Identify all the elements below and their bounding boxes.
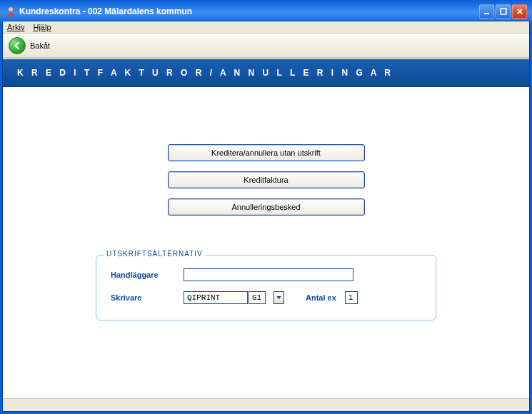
kreditfaktura-button[interactable]: Kreditfaktura	[168, 171, 365, 188]
antal-ex-label: Antal ex	[306, 293, 336, 302]
skrivare-label: Skrivare	[111, 293, 175, 302]
antal-ex-input[interactable]	[345, 291, 358, 304]
minimize-button[interactable]	[479, 4, 494, 19]
annullering-button[interactable]: Annulleringsbesked	[168, 198, 365, 216]
menu-arkiv[interactable]: Arkiv	[7, 23, 24, 31]
toolbar: Bakåt	[3, 34, 529, 58]
page-title: K R E D I T F A K T U R O R / A N N U L …	[3, 59, 529, 87]
svg-rect-1	[484, 13, 489, 14]
app-window: Kundreskontra - 002 Mälardalens kommun A…	[0, 0, 532, 414]
handlaggare-input[interactable]	[184, 268, 353, 281]
utskrift-fieldset: UTSKRIFTSALTERNATIV Handläggare Skrivare…	[96, 255, 436, 320]
svg-rect-2	[501, 9, 506, 14]
close-button[interactable]	[512, 4, 527, 19]
maximize-button[interactable]	[496, 4, 511, 19]
back-label[interactable]: Bakåt	[30, 41, 50, 50]
titlebar[interactable]: Kundreskontra - 002 Mälardalens kommun	[2, 2, 530, 21]
skrivare-row: Skrivare Antal ex	[111, 291, 421, 304]
handlaggare-label: Handläggare	[111, 271, 175, 279]
client-area: Arkiv Hjälp Bakåt K R E D I T F A K T U …	[2, 21, 530, 412]
menu-hjalp[interactable]: Hjälp	[33, 23, 51, 31]
statusbar	[3, 398, 529, 411]
window-title: Kundreskontra - 002 Mälardalens kommun	[19, 6, 479, 16]
skrivare-input[interactable]	[184, 291, 248, 304]
kreditera-button[interactable]: Kreditera/annullera utan utskrift	[168, 144, 365, 161]
action-button-stack: Kreditera/annullera utan utskrift Kredit…	[24, 144, 508, 216]
window-controls	[479, 4, 527, 19]
back-icon[interactable]	[9, 37, 26, 54]
svg-point-0	[9, 7, 13, 11]
content-area: Kreditera/annullera utan utskrift Kredit…	[3, 87, 529, 398]
fieldset-legend: UTSKRIFTSALTERNATIV	[104, 250, 206, 258]
skrivare-dropdown-button[interactable]	[273, 291, 284, 304]
menubar: Arkiv Hjälp	[3, 21, 529, 34]
handlaggare-row: Handläggare	[111, 268, 421, 281]
g1-input[interactable]	[249, 291, 266, 304]
app-icon	[5, 6, 16, 17]
